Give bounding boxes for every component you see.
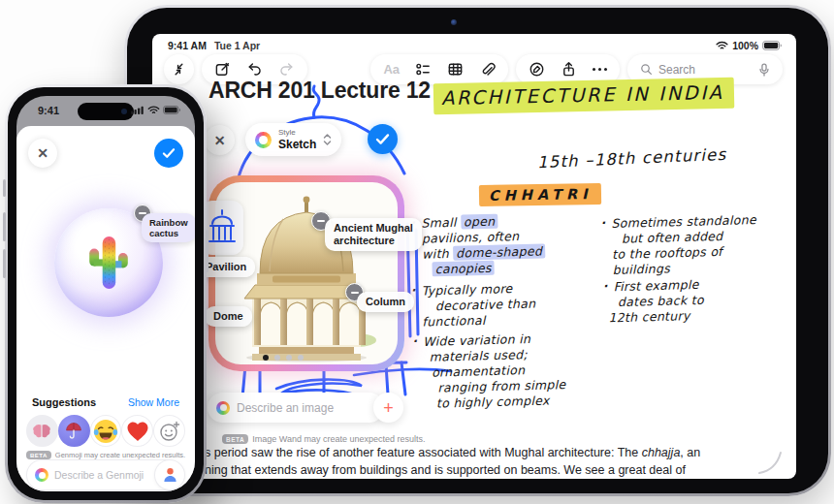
image-wand-icon [216,401,230,415]
power-button[interactable] [206,230,208,272]
search-icon [640,63,653,76]
heart-icon [126,421,149,442]
dynamic-island [78,103,134,120]
image-wand-accept-button[interactable] [368,124,398,154]
handwritten-bullet: Sometimes standalone but often added to … [611,212,757,278]
genmoji-accept-button[interactable] [154,139,183,168]
umbrella-emoji-button[interactable] [58,415,90,447]
volume-down-button[interactable] [3,249,6,278]
share-icon[interactable] [561,61,577,78]
brain-icon [32,424,51,439]
image-tag-column[interactable]: Column [357,292,414,312]
note-body-text[interactable]: s period saw the rise of another feature… [205,445,796,479]
wifi-icon [147,106,160,114]
image-tag-mughal[interactable]: Ancient Mughal architecture [325,218,422,251]
handwritten-bullet: Wide variation in materials used; orname… [423,331,566,412]
iphone-bezel: 9:41 ✕ [8,87,204,500]
notes-app: 9:41 AM Tue 1 Apr 100% [152,34,796,479]
iphone-device: 9:41 ✕ [5,84,207,503]
table-icon[interactable] [447,61,464,78]
note-title[interactable]: ARCH 201 Lecture 12 [208,78,431,104]
heart-emoji-button[interactable] [121,415,153,447]
show-more-link[interactable]: Show More [128,396,179,408]
ipad-device: 9:41 AM Tue 1 Apr 100% [124,5,831,496]
describe-image-placeholder: Describe an image [237,401,334,415]
people-button[interactable] [155,460,184,489]
battery-icon [163,106,181,114]
ipad-status-time: 9:41 AM [168,40,207,51]
image-variant-dots[interactable] [263,355,304,361]
handwritten-bullet: Small open pavilions, often with dome-sh… [421,212,546,277]
collapse-button[interactable] [164,54,194,84]
genmoji-sheet: ✕ [16,126,195,491]
handwritten-bullet: First example dates back to 12th century [613,277,704,326]
front-camera [121,109,127,114]
chevron-up-down-icon [323,133,332,146]
add-emoji-icon [159,421,180,442]
volume-up-button[interactable] [3,212,6,241]
battery-icon [762,41,783,50]
text-format-button[interactable]: Aa [383,62,400,77]
handwritten-heading: CHHATRI [479,186,602,204]
handwritten-bullet: Typically more decorative than functiona… [421,280,536,330]
suggestions-title: Suggestions [32,396,96,408]
umbrella-icon [65,422,82,440]
compose-icon[interactable] [214,61,231,78]
person-icon [163,467,177,483]
style-value: Sketch [278,139,316,150]
style-dropdown[interactable]: Style Sketch [245,123,341,156]
more-options-button[interactable] [593,68,607,71]
add-image-button[interactable]: + [373,393,403,423]
microphone-icon[interactable] [758,63,770,77]
genmoji-icon [35,468,48,482]
ipad-status-bar-left: 9:41 AM Tue 1 Apr [168,40,260,51]
ipad-status-bar-right: 100% [716,40,783,51]
ipad-status-date: Tue 1 Apr [214,40,260,51]
brain-emoji-button[interactable] [26,415,58,447]
checkmark-icon [162,147,176,159]
suggestion-row [26,415,185,447]
image-wand-close-button[interactable]: ✕ [205,125,235,155]
ipad-front-camera [451,19,457,25]
ipad-battery-percent: 100% [732,40,758,51]
ipad-bezel: 9:41 AM Tue 1 Apr 100% [127,8,828,493]
describe-genmoji-placeholder: Describe a Genmoji [54,469,144,481]
page-curl [757,450,783,475]
markup-pen-icon[interactable] [529,61,545,78]
action-button[interactable] [3,179,6,197]
laughing-face-icon [93,419,118,444]
minus-icon [317,220,325,222]
redo-icon[interactable] [278,61,295,78]
handwritten-subtitle: 15th –18th centuries [537,145,727,173]
image-tag-dome[interactable]: Dome [205,306,252,327]
collapse-arrows-icon [171,61,187,78]
paperclip-icon[interactable] [479,61,496,78]
style-label: Style [278,129,316,137]
genmoji-tag[interactable]: Rainbow cactus [142,213,195,242]
laughing-emoji-button[interactable] [90,415,122,447]
close-icon: ✕ [214,133,226,148]
image-wand-beta-note: BETA Image Wand may create unexpected re… [222,434,425,444]
style-rainbow-icon [255,132,272,148]
add-emoji-button[interactable] [153,415,185,447]
checklist-icon[interactable] [415,61,432,78]
close-icon: ✕ [37,145,48,161]
cellular-icon [131,106,144,114]
undo-icon[interactable] [246,61,263,78]
handwritten-title: ARCHITECTURE IN INDIA [433,81,734,110]
page-canvas: 9:41 AM Tue 1 Apr 100% [0,0,834,504]
genmoji-close-button[interactable]: ✕ [28,139,57,168]
minus-icon [351,292,359,294]
iphone-status-time: 9:41 [38,105,59,116]
checkmark-icon [375,133,390,145]
genmoji-app: 9:41 ✕ [16,96,195,491]
describe-image-input[interactable]: Describe an image [208,393,384,423]
iphone-status-icons [131,106,181,114]
wifi-icon [716,41,728,50]
rainbow-cactus-emoji [82,231,135,295]
genmoji-beta-note: BETA Genmoji may create unexpected resul… [16,451,195,459]
search-placeholder: Search [658,63,753,77]
